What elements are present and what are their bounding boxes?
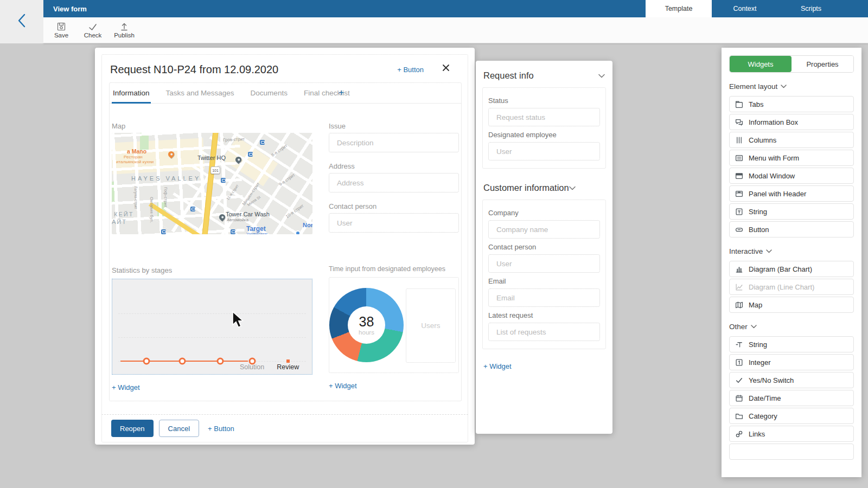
field-input[interactable]: User: [488, 142, 600, 160]
footer-button[interactable]: Reopen: [111, 420, 154, 437]
field-input[interactable]: List of requests: [488, 323, 600, 341]
field-input[interactable]: Request status: [488, 108, 600, 126]
field-input[interactable]: User: [329, 213, 459, 233]
line-chart-icon: [735, 283, 744, 291]
time-chart-label: Time input from designated employees: [329, 265, 459, 273]
back-corner: [0, 0, 43, 43]
info-box-icon: [735, 118, 744, 126]
widget-item[interactable]: Integer: [729, 354, 854, 370]
form-tab[interactable]: Tasks and Messages: [165, 89, 235, 103]
section-element-layout[interactable]: Element layout: [729, 82, 854, 91]
field-input[interactable]: User: [488, 254, 600, 273]
widget-item[interactable]: Columns: [729, 132, 854, 148]
folder-icon: [735, 412, 744, 420]
page-title: View form: [53, 5, 87, 13]
chevron-down-icon: [781, 85, 787, 88]
map-neighborhood-label: HAYES VALLEY: [131, 175, 201, 182]
widget-item[interactable]: Diagram (Line Chart): [729, 279, 854, 295]
widget-item[interactable]: Menu with Form: [729, 150, 854, 166]
panel-header-icon: [735, 190, 744, 198]
add-widget-link[interactable]: + Widget: [329, 382, 357, 390]
toolbar-button[interactable]: Publish: [114, 22, 135, 38]
stats-label: Statistics by stages: [112, 266, 312, 274]
map-icon: [735, 301, 744, 309]
other-items: String Integer Yes/No Switch Date/Time C…: [729, 336, 854, 460]
toolbar-button[interactable]: Check: [82, 22, 103, 38]
section-other[interactable]: Other: [729, 323, 854, 331]
add-tab-button[interactable]: +: [339, 87, 344, 103]
close-icon[interactable]: [440, 62, 452, 74]
time-chart-widget[interactable]: 38 hours Users: [329, 277, 459, 373]
section-header-customer-information[interactable]: Customer information: [482, 183, 606, 193]
add-widget-link[interactable]: + Widget: [112, 383, 140, 391]
widget-item[interactable]: String: [729, 203, 854, 220]
back-chevron-icon[interactable]: [17, 12, 27, 31]
add-button-link[interactable]: + Button: [208, 425, 234, 433]
customer-information-group: Company Company name Contact person User…: [482, 200, 606, 349]
topbar-tab[interactable]: Context: [712, 0, 778, 17]
stats-chart-widget[interactable]: SolutionReview: [112, 279, 312, 375]
topbar-tab[interactable]: Scripts: [778, 0, 844, 17]
stats-marker: [286, 359, 290, 363]
widget-item[interactable]: Yes/No Switch: [729, 372, 854, 388]
map-street-label: Гоф-стрит: [163, 187, 168, 208]
widget-item[interactable]: Category: [729, 408, 854, 424]
footer-button[interactable]: Cancel: [159, 420, 199, 437]
sidebar-tab[interactable]: Widgets: [730, 56, 792, 72]
calendar-icon: [735, 394, 744, 402]
field-input[interactable]: Address: [329, 173, 459, 192]
form-title: Request N10-P24 from 12.09.2020: [110, 63, 278, 76]
map-street-label: Октавия бул.: [149, 197, 154, 223]
widget-item[interactable]: Date/Time: [729, 390, 854, 406]
route-shield: 101: [210, 166, 220, 174]
form-tab[interactable]: Information: [112, 89, 151, 103]
add-button-link[interactable]: + Button: [397, 66, 424, 74]
tabs-widget: Information Tasks and Messages Documents…: [109, 82, 462, 401]
save-icon: [57, 22, 66, 31]
toolbar-button[interactable]: Save: [51, 22, 72, 38]
widget-item[interactable]: Links: [729, 426, 854, 442]
columns-icon: [735, 136, 744, 144]
map-restaurant-sub: Ресторан: [124, 155, 143, 159]
switch-icon: [735, 376, 744, 384]
field-input[interactable]: Email: [488, 288, 600, 307]
form-field: Contact person User: [329, 202, 459, 233]
donut-chart: 38 hours: [329, 288, 404, 362]
map-carwash-label: Tower Car Wash: [226, 211, 270, 217]
info-panel: Request info Status Request status Desig…: [476, 61, 612, 434]
footer-buttons: Reopen Cancel: [111, 420, 199, 437]
widget-item[interactable]: [729, 444, 854, 460]
chevron-down-icon: [766, 249, 772, 253]
section-header-request-info[interactable]: Request info: [482, 70, 606, 81]
string-icon: [735, 208, 744, 216]
info-field: Email Email: [488, 277, 600, 307]
widget-item[interactable]: Information Box: [729, 114, 854, 130]
map-widget[interactable]: 101 HAYES VALLEY a Mano Ресторан итальян…: [112, 133, 312, 234]
widget-item[interactable]: Button: [729, 221, 854, 237]
widget-item[interactable]: Tabs: [729, 96, 854, 112]
field-input[interactable]: Company name: [488, 220, 600, 239]
widget-item[interactable]: String: [729, 336, 854, 352]
section-interactive[interactable]: Interactive: [729, 247, 854, 255]
stats-marker: [216, 357, 224, 364]
map-store-sub: Универмаг: [246, 232, 268, 234]
form-fields: Issue Description Address Address Contac…: [329, 122, 459, 233]
topbar-tab[interactable]: Template: [646, 0, 712, 17]
map-hq-label: Twitter HQ: [197, 155, 226, 161]
widget-item[interactable]: Modal Window: [729, 168, 854, 184]
chevron-down-icon: [751, 325, 757, 329]
map-street-label: Лагуна-стрит: [134, 186, 138, 209]
field-input[interactable]: Description: [329, 133, 459, 152]
sidebar-tab[interactable]: Properties: [792, 56, 853, 72]
transit-icon: [190, 207, 195, 211]
widget-item[interactable]: Diagram (Bar Chart): [729, 261, 854, 277]
transit-icon: [161, 229, 166, 234]
menu-form-icon: [735, 154, 744, 162]
form-tab[interactable]: Documents: [250, 89, 289, 103]
transit-icon: [221, 178, 226, 183]
add-widget-link[interactable]: + Widget: [483, 362, 512, 370]
widget-item[interactable]: Panel with Header: [729, 185, 854, 202]
topbar: View form Template Context Scripts: [43, 0, 868, 17]
widget-item[interactable]: Map: [729, 297, 854, 313]
stats-chart-canvas: SolutionReview: [112, 279, 312, 374]
